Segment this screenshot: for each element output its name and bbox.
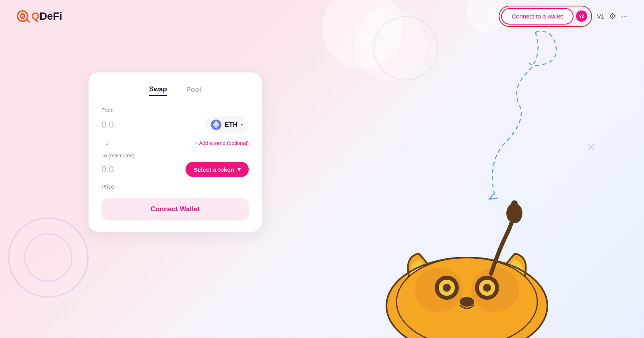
bg-x-mark: ✕ bbox=[586, 141, 596, 154]
to-section: To (estimated) Select a token ▾ bbox=[101, 153, 249, 177]
mascot-character bbox=[370, 169, 564, 338]
svg-rect-18 bbox=[511, 200, 518, 215]
connect-to-wallet-button[interactable]: Connect to a wallet bbox=[502, 9, 573, 24]
to-label: To (estimated) bbox=[101, 153, 249, 159]
card-tabs: Swap Pool bbox=[101, 85, 249, 96]
tab-swap[interactable]: Swap bbox=[149, 85, 167, 96]
swap-card: Swap Pool From ETH ▾ ↓ + Add a send (opt… bbox=[89, 72, 262, 232]
logo: QDeFi bbox=[16, 9, 62, 23]
eth-token-selector[interactable]: ETH ▾ bbox=[205, 116, 249, 133]
to-amount-input[interactable] bbox=[101, 164, 162, 175]
svg-line-3 bbox=[27, 20, 29, 22]
svg-point-15 bbox=[483, 284, 491, 292]
header: QDeFi Connect to a wallet v2 V1 ⚙ ··· bbox=[0, 0, 644, 32]
select-token-button[interactable]: Select a token ▾ bbox=[186, 162, 249, 177]
select-token-chevron-icon: ▾ bbox=[237, 166, 241, 173]
price-row: Price - bbox=[101, 183, 249, 190]
eth-token-label: ETH bbox=[225, 121, 237, 128]
to-token-row: Select a token ▾ bbox=[101, 162, 249, 177]
settings-icon[interactable]: ⚙ bbox=[609, 11, 616, 21]
bg-decoration-circle-left-inner bbox=[24, 233, 72, 282]
svg-point-14 bbox=[443, 284, 451, 292]
tab-pool[interactable]: Pool bbox=[186, 86, 201, 95]
logo-text: QDeFi bbox=[31, 10, 62, 23]
svg-point-2 bbox=[22, 15, 23, 17]
connect-wallet-main-button[interactable]: Connect Wallet bbox=[101, 198, 249, 221]
select-token-label: Select a token bbox=[194, 166, 234, 173]
more-options-icon[interactable]: ··· bbox=[621, 12, 628, 21]
price-label: Price bbox=[101, 183, 114, 190]
from-amount-input[interactable] bbox=[101, 120, 162, 130]
logo-icon bbox=[16, 9, 31, 23]
from-token-row: ETH ▾ bbox=[101, 116, 249, 133]
from-section: From ETH ▾ bbox=[101, 107, 249, 133]
divider-row: ↓ + Add a send (optional) bbox=[101, 137, 249, 148]
bg-decoration-circle-left bbox=[8, 217, 89, 298]
from-label: From bbox=[101, 107, 249, 113]
connect-wallet-highlight-box: Connect to a wallet v2 bbox=[499, 6, 592, 27]
swap-direction-icon: ↓ bbox=[101, 137, 113, 148]
svg-point-16 bbox=[460, 297, 474, 307]
add-send-button[interactable]: + Add a send (optional) bbox=[195, 140, 249, 146]
eth-chevron-icon: ▾ bbox=[241, 122, 243, 128]
eth-icon bbox=[211, 120, 221, 130]
header-right: Connect to a wallet v2 V1 ⚙ ··· bbox=[499, 6, 628, 27]
v1-label: V1 bbox=[597, 13, 604, 20]
price-value: - bbox=[247, 183, 249, 190]
v2-badge: v2 bbox=[576, 10, 587, 22]
